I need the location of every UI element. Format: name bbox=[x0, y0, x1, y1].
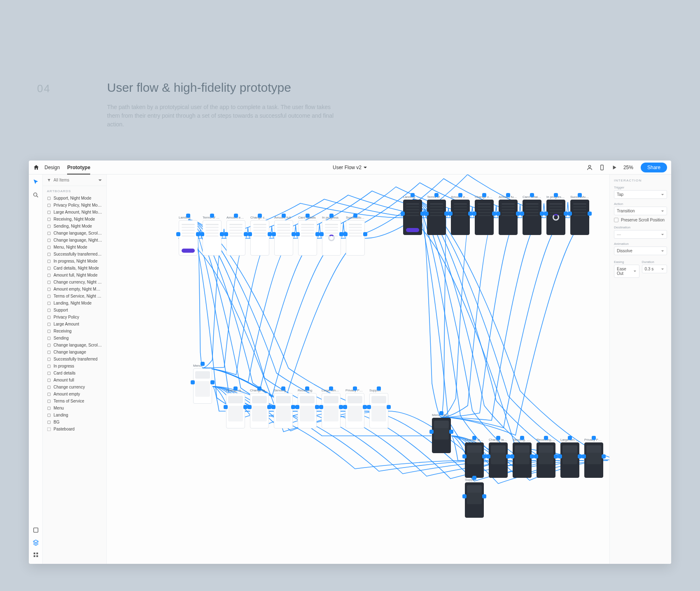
wire-handle-out[interactable] bbox=[363, 405, 367, 409]
layer-item[interactable]: Sending bbox=[43, 335, 106, 342]
wire-handle-out[interactable] bbox=[292, 232, 296, 236]
wire-handle-top[interactable] bbox=[353, 386, 357, 391]
plugins-icon[interactable] bbox=[33, 551, 39, 558]
wire-handle-in[interactable] bbox=[429, 430, 434, 434]
wire-handle-top[interactable] bbox=[201, 362, 205, 366]
wire-handle-in[interactable] bbox=[462, 494, 467, 498]
wire-handle-in[interactable] bbox=[520, 212, 524, 216]
wire-handle-top[interactable] bbox=[329, 214, 334, 218]
wire-handle-in[interactable] bbox=[544, 212, 548, 216]
artboard[interactable]: Amount full, Ni… bbox=[499, 195, 518, 235]
wire-handle-top[interactable] bbox=[458, 193, 462, 197]
wire-handle-out[interactable] bbox=[220, 232, 224, 236]
wire-handle-out[interactable] bbox=[449, 430, 453, 434]
wire-handle-top[interactable] bbox=[257, 386, 261, 391]
wire-handle-out[interactable] bbox=[244, 232, 248, 236]
wire-handle-out[interactable] bbox=[243, 405, 247, 409]
artboard[interactable]: Change currency bbox=[250, 216, 269, 256]
wire-handle-out[interactable] bbox=[492, 212, 496, 216]
artboard[interactable]: Support bbox=[369, 389, 388, 428]
layer-item[interactable]: In progress bbox=[43, 363, 106, 370]
animation-dropdown[interactable]: Dissolve bbox=[614, 247, 667, 255]
layer-item[interactable]: Change language bbox=[43, 349, 106, 356]
artboard[interactable]: Amount empty bbox=[226, 216, 245, 256]
layer-item[interactable]: Change currency bbox=[43, 384, 106, 391]
artboard[interactable]: Card details bbox=[298, 216, 317, 256]
artboard[interactable]: Amount empty, … bbox=[451, 195, 470, 235]
wire-handle-top[interactable] bbox=[578, 193, 582, 197]
wire-handle-out[interactable] bbox=[210, 380, 215, 384]
wire-handle-in[interactable] bbox=[319, 405, 323, 409]
wire-handle-out[interactable] bbox=[387, 405, 391, 409]
wire-handle-in[interactable] bbox=[496, 212, 500, 216]
artboard[interactable]: Sending, Nigh… bbox=[513, 438, 532, 478]
layer-item[interactable]: Amount full bbox=[43, 377, 106, 384]
layer-item[interactable]: Successfully transferred bbox=[43, 356, 106, 363]
mode-prototype[interactable]: Prototype bbox=[67, 165, 90, 175]
wire-handle-top[interactable] bbox=[520, 436, 524, 440]
wire-handle-out[interactable] bbox=[516, 212, 520, 216]
wire-handle-out[interactable] bbox=[564, 212, 568, 216]
wire-handle-in[interactable] bbox=[224, 405, 228, 409]
wire-handle-top[interactable] bbox=[592, 436, 596, 440]
wire-handle-in[interactable] bbox=[472, 212, 476, 216]
layer-item[interactable]: Support, Night Mode bbox=[43, 195, 106, 202]
artboard[interactable]: Large Amount bbox=[322, 389, 341, 428]
wire-handle-top[interactable] bbox=[233, 386, 238, 391]
wire-handle-in[interactable] bbox=[224, 232, 228, 236]
wire-handle-out[interactable] bbox=[315, 232, 320, 236]
wire-handle-in[interactable] bbox=[296, 232, 300, 236]
artboard[interactable]: Terms of Servic… bbox=[427, 195, 446, 235]
wire-handle-out[interactable] bbox=[267, 405, 271, 409]
action-dropdown[interactable]: Transition bbox=[614, 207, 667, 215]
wire-handle-out[interactable] bbox=[602, 454, 606, 458]
layer-item[interactable]: Change language, Scrolled bbox=[43, 342, 106, 349]
wire-handle-top[interactable] bbox=[305, 386, 309, 391]
trigger-dropdown[interactable]: Tap bbox=[614, 190, 667, 199]
wire-handle-in[interactable] bbox=[510, 454, 514, 458]
preserve-scroll-checkbox[interactable]: Preserve Scroll Position bbox=[614, 218, 667, 222]
layer-item[interactable]: Large Amount bbox=[43, 321, 106, 328]
share-button[interactable]: Share bbox=[641, 163, 667, 172]
wire-handle-top[interactable] bbox=[306, 214, 310, 218]
wire-handle-in[interactable] bbox=[176, 232, 180, 236]
artboard[interactable]: Successfully tr… bbox=[346, 216, 365, 256]
layer-item[interactable]: Large Amount, Night Mode bbox=[43, 209, 106, 216]
wire-handle-in[interactable] bbox=[425, 212, 429, 216]
layer-item[interactable]: In progress, Night Mode bbox=[43, 258, 106, 265]
wire-handle-in[interactable] bbox=[248, 232, 252, 236]
wire-handle-out[interactable] bbox=[506, 454, 510, 458]
wire-handle-out[interactable] bbox=[196, 232, 200, 236]
layer-item[interactable]: Receiving bbox=[43, 328, 106, 335]
artboard[interactable]: Change langu… bbox=[465, 438, 484, 478]
wire-handle-top[interactable] bbox=[281, 386, 285, 391]
layer-item[interactable]: Menu bbox=[43, 405, 106, 412]
wire-handle-in[interactable] bbox=[191, 380, 195, 384]
artboard[interactable]: Change langu… bbox=[226, 389, 245, 428]
artboard[interactable]: Sending bbox=[274, 389, 293, 428]
artboard[interactable]: Suppo… bbox=[465, 478, 484, 518]
wire-handle-out[interactable] bbox=[291, 405, 295, 409]
wire-handle-top[interactable] bbox=[353, 214, 357, 218]
destination-dropdown[interactable]: — bbox=[614, 230, 667, 239]
duration-field[interactable]: 0.3 s bbox=[642, 265, 667, 273]
wire-handle-top[interactable] bbox=[568, 436, 572, 440]
wire-handle-top[interactable] bbox=[554, 193, 558, 197]
artboard[interactable]: Card details, Ni… bbox=[523, 195, 541, 235]
artboard[interactable]: Menu, Night M… bbox=[432, 413, 451, 453]
layers-icon[interactable] bbox=[33, 539, 39, 546]
wire-handle-top[interactable] bbox=[282, 214, 286, 218]
wire-handle-top[interactable] bbox=[472, 436, 476, 440]
artboard[interactable]: Privacy Polic… bbox=[345, 389, 364, 428]
layer-item[interactable]: BG bbox=[43, 419, 106, 426]
wire-handle-out[interactable] bbox=[268, 232, 272, 236]
wire-handle-top[interactable] bbox=[234, 214, 238, 218]
layers-filter-dropdown[interactable]: All Items bbox=[43, 175, 106, 186]
wire-handle-out[interactable] bbox=[339, 232, 343, 236]
wire-handle-in[interactable] bbox=[486, 454, 490, 458]
wire-handle-out[interactable] bbox=[363, 232, 367, 236]
document-title[interactable]: User Flow v2 bbox=[333, 165, 367, 170]
artboard[interactable]: Receiving bbox=[298, 389, 317, 428]
wire-handle-out[interactable] bbox=[444, 212, 448, 216]
layer-item[interactable]: Change language, Night M… bbox=[43, 237, 106, 244]
